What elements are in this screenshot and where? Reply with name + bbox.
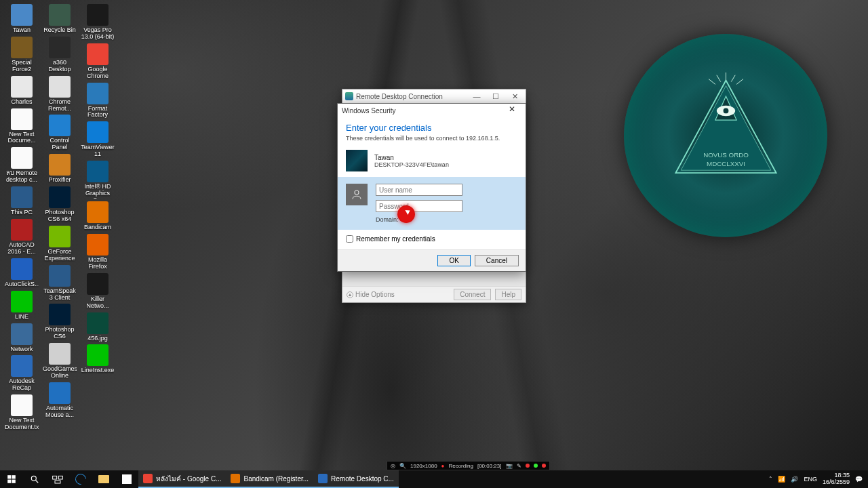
icon-label: AutoClickS... bbox=[5, 281, 39, 288]
action-center-icon[interactable]: 💬 bbox=[855, 476, 863, 483]
store-pinned[interactable] bbox=[115, 470, 138, 488]
desktop-icon[interactable]: TeamSpeak 3 Client bbox=[42, 265, 77, 302]
system-tray[interactable]: ˄ 📶 🔊 ENG 18:35 16/6/2559 💬 bbox=[764, 472, 868, 486]
desktop-icon[interactable]: Chrome Remot... bbox=[42, 76, 77, 113]
username-field[interactable] bbox=[376, 184, 462, 196]
file-explorer-pinned[interactable] bbox=[92, 470, 115, 488]
desktop-icon[interactable]: Special Force2 bbox=[4, 37, 39, 73]
language-indicator[interactable]: ENG bbox=[804, 476, 817, 483]
app-icon bbox=[11, 76, 33, 98]
app-icon bbox=[11, 219, 33, 241]
generic-user-icon bbox=[346, 184, 368, 205]
desktop-icon[interactable]: Recycle Bin bbox=[42, 4, 77, 34]
close-button[interactable]: ✕ bbox=[502, 104, 521, 117]
edge-pinned[interactable] bbox=[69, 470, 92, 488]
icon-label: Charles bbox=[11, 99, 32, 106]
minimize-button[interactable]: — bbox=[469, 92, 485, 100]
taskbar-task[interactable]: Remote Desktop C... bbox=[313, 470, 399, 488]
desktop-icon[interactable]: This PC bbox=[4, 186, 39, 216]
remember-credentials-checkbox[interactable]: Remember my credentials bbox=[346, 235, 517, 243]
icon-label: GeForce Experience bbox=[43, 249, 77, 262]
icon-label: LINE bbox=[15, 314, 28, 321]
volume-icon[interactable]: 🔊 bbox=[791, 476, 798, 483]
desktop-icon[interactable]: AutoClickS... bbox=[4, 258, 39, 288]
app-icon bbox=[49, 343, 71, 365]
app-icon bbox=[87, 312, 108, 334]
icon-label: Google Chrome bbox=[81, 66, 115, 80]
desktop-icon[interactable]: Proxifier bbox=[42, 154, 77, 184]
icon-label: Photoshop CS6 bbox=[43, 327, 77, 340]
desktop-icon[interactable]: Vegas Pro 13.0 (64-bit) bbox=[80, 4, 115, 41]
icon-label: Killer Netwo... bbox=[81, 296, 115, 310]
app-icon bbox=[87, 121, 108, 143]
security-titlebar[interactable]: Windows Security ✕ bbox=[338, 104, 526, 117]
clock[interactable]: 18:35 16/6/2559 bbox=[823, 472, 850, 486]
user-avatar bbox=[346, 150, 368, 171]
desktop-icon[interactable]: GeForce Experience bbox=[42, 226, 77, 262]
desktop-icon[interactable]: Tawan bbox=[4, 4, 39, 34]
desktop-icon[interactable]: a360 Desktop bbox=[42, 37, 77, 73]
chevron-up-icon: ▲ bbox=[347, 291, 353, 298]
password-field[interactable] bbox=[376, 200, 462, 212]
remember-checkbox-input[interactable] bbox=[346, 235, 353, 243]
ok-button[interactable]: OK bbox=[437, 255, 470, 266]
app-icon bbox=[87, 201, 108, 223]
search-icon: 🔍 bbox=[399, 463, 406, 469]
icon-label: New Text Docume... bbox=[5, 131, 39, 145]
desktop-icon[interactable]: Killer Netwo... bbox=[80, 273, 115, 310]
desktop-icon[interactable]: Automatic Mouse a... bbox=[42, 382, 77, 419]
cancel-button[interactable]: Cancel bbox=[475, 255, 519, 266]
icon-label: Network bbox=[10, 346, 33, 353]
tray-chevron-up-icon[interactable]: ˄ bbox=[769, 476, 772, 483]
desktop-icon[interactable]: Autodesk ReCap bbox=[4, 355, 39, 392]
task-view-button[interactable] bbox=[46, 470, 69, 488]
desktop-icon[interactable]: 456.jpg bbox=[80, 312, 115, 342]
windows-security-dialog: Windows Security ✕ Enter your credential… bbox=[337, 103, 526, 272]
desktop-icon[interactable]: Bandicam bbox=[80, 201, 115, 231]
desktop-icon[interactable]: New Text Document.txt bbox=[4, 394, 39, 431]
rdc-app-icon bbox=[345, 92, 353, 100]
desktop-icon[interactable]: Format Factory bbox=[80, 83, 115, 119]
app-icon bbox=[49, 186, 71, 208]
desktop-icon[interactable]: Mozilla Firefox bbox=[80, 234, 115, 270]
app-icon bbox=[49, 226, 71, 247]
connect-button[interactable]: Connect bbox=[454, 289, 491, 300]
wallpaper-emblem: NOVUS ORDO MDCCLXXVI bbox=[624, 34, 827, 237]
bandicam-overlay: ◎ 🔍 1920x1080 ● Recording [00:03:23] 📷 ✎ bbox=[387, 461, 550, 470]
task-label: หลังไมค์ - Google C... bbox=[156, 474, 221, 484]
help-button[interactable]: Help bbox=[495, 289, 521, 300]
saved-account-tile[interactable]: Tawan DESKTOP-323V4FE\tawan bbox=[346, 150, 517, 171]
desktop-icon[interactable]: TeamViewer 11 bbox=[80, 121, 115, 158]
desktop-icon[interactable]: Intel® HD Graphics C... bbox=[80, 161, 115, 199]
desktop-icon[interactable]: Control Panel bbox=[42, 115, 77, 151]
maximize-button[interactable]: ☐ bbox=[488, 92, 504, 101]
desktop-icon[interactable]: New Text Docume... bbox=[4, 108, 39, 145]
webcam-icon: 📷 bbox=[506, 463, 513, 469]
network-icon[interactable]: 📶 bbox=[778, 476, 785, 483]
close-button[interactable]: ✕ bbox=[507, 92, 523, 101]
desktop-icon[interactable]: Photoshop CS6 bbox=[42, 304, 77, 340]
desktop-icon[interactable]: LineInst.exe bbox=[80, 344, 115, 374]
desktop-icon[interactable]: Photoshop CS6 x64 bbox=[42, 186, 77, 223]
search-button[interactable] bbox=[23, 470, 46, 488]
taskbar-task[interactable]: หลังไมค์ - Google C... bbox=[138, 470, 226, 488]
taskbar-task[interactable]: Bandicam (Register... bbox=[226, 470, 313, 488]
hide-options-toggle[interactable]: ▲ Hide Options bbox=[347, 291, 450, 298]
account-name: Tawan bbox=[374, 154, 449, 161]
icon-label: Mozilla Firefox bbox=[81, 257, 115, 270]
desktop-icon[interactable]: Network bbox=[4, 323, 39, 353]
desktop-icon[interactable]: GoodGames Online bbox=[42, 343, 77, 380]
desktop-icon[interactable]: LINE bbox=[4, 291, 39, 321]
svg-text:NOVUS ORDO: NOVUS ORDO bbox=[703, 150, 749, 158]
app-icon bbox=[11, 258, 33, 280]
svg-line-7 bbox=[731, 75, 735, 81]
app-icon bbox=[87, 161, 108, 182]
start-button[interactable] bbox=[0, 470, 23, 488]
icon-label: 456.jpg bbox=[87, 336, 108, 342]
rdc-titlebar[interactable]: Remote Desktop Connection — ☐ ✕ bbox=[342, 89, 526, 103]
desktop-icon[interactable]: Charles bbox=[4, 76, 39, 106]
desktop-icon[interactable]: AutoCAD 2016 - E... bbox=[4, 219, 39, 256]
app-icon bbox=[87, 273, 108, 295]
desktop-icon[interactable]: Google Chrome bbox=[80, 43, 115, 80]
desktop-icon[interactable]: ลบ Remote desktop c... bbox=[4, 147, 39, 184]
